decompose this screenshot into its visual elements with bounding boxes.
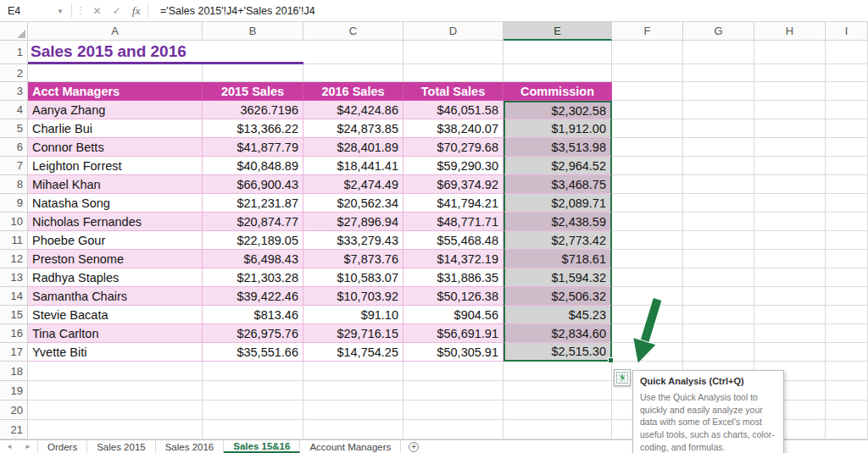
cell-F1[interactable] bbox=[612, 41, 683, 64]
cell-F10[interactable] bbox=[612, 213, 683, 231]
cell-E12[interactable]: $718.61 bbox=[504, 250, 612, 268]
cell-G6[interactable] bbox=[683, 138, 754, 157]
cancel-button[interactable]: ✕ bbox=[87, 0, 107, 21]
cell-G1[interactable] bbox=[683, 41, 754, 64]
row-header-13[interactable]: 13 bbox=[0, 268, 28, 287]
cell-F7[interactable] bbox=[612, 157, 683, 175]
cell-A16[interactable]: Tina Carlton bbox=[28, 324, 203, 343]
cell-E2[interactable] bbox=[504, 64, 612, 82]
cell-I5[interactable] bbox=[826, 119, 868, 138]
cell-D8[interactable]: $69,374.92 bbox=[403, 175, 504, 194]
cell-E3[interactable]: Commission bbox=[504, 82, 612, 101]
cell-I9[interactable] bbox=[826, 194, 868, 213]
cell-G8[interactable] bbox=[683, 175, 754, 194]
cell-D18[interactable] bbox=[403, 362, 504, 381]
cell-G9[interactable] bbox=[683, 194, 754, 213]
cell-D7[interactable]: $59,290.30 bbox=[403, 157, 504, 175]
cell-H3[interactable] bbox=[754, 82, 826, 101]
select-all-button[interactable] bbox=[0, 22, 28, 41]
cell-E5[interactable]: $1,912.00 bbox=[504, 119, 612, 138]
sheet-tab-sales-2015[interactable]: Sales 2015 bbox=[87, 440, 156, 453]
row-header-3[interactable]: 3 bbox=[0, 82, 28, 101]
cell-I7[interactable] bbox=[826, 157, 868, 175]
cell-B7[interactable]: $40,848.89 bbox=[203, 157, 303, 175]
cell-C5[interactable]: $24,873.85 bbox=[303, 119, 403, 138]
cell-F6[interactable] bbox=[612, 138, 683, 157]
cell-B19[interactable] bbox=[203, 381, 303, 401]
cell-D13[interactable]: $31,886.35 bbox=[403, 268, 504, 287]
row-header-7[interactable]: 7 bbox=[0, 157, 28, 175]
row-header-16[interactable]: 16 bbox=[0, 324, 28, 343]
cell-D6[interactable]: $70,279.68 bbox=[403, 138, 504, 157]
cell-I16[interactable] bbox=[826, 324, 868, 343]
cell-C8[interactable]: $2,474.49 bbox=[303, 175, 403, 194]
cell-E6[interactable]: $3,513.98 bbox=[504, 138, 612, 157]
cell-D14[interactable]: $50,126.38 bbox=[403, 287, 504, 306]
cell-C13[interactable]: $10,583.07 bbox=[303, 268, 403, 287]
cell-E14[interactable]: $2,506.32 bbox=[504, 287, 612, 306]
cell-E21[interactable] bbox=[504, 420, 612, 439]
cell-H15[interactable] bbox=[754, 306, 826, 324]
column-header-H[interactable]: H bbox=[754, 22, 826, 41]
cell-D3[interactable]: Total Sales bbox=[403, 82, 504, 101]
cell-B2[interactable] bbox=[203, 64, 303, 82]
cell-F3[interactable] bbox=[612, 82, 683, 101]
cell-A5[interactable]: Charlie Bui bbox=[28, 119, 203, 138]
cell-I21[interactable] bbox=[826, 420, 868, 439]
column-header-I[interactable]: I bbox=[826, 22, 868, 41]
cell-G14[interactable] bbox=[683, 287, 754, 306]
cell-B5[interactable]: $13,366.22 bbox=[203, 119, 303, 138]
sheet-tab-sales-15-16[interactable]: Sales 15&16 bbox=[224, 440, 300, 453]
cell-D20[interactable] bbox=[403, 401, 504, 420]
cell-H12[interactable] bbox=[754, 250, 826, 268]
cell-E16[interactable]: $2,834.60 bbox=[504, 324, 612, 343]
cell-I8[interactable] bbox=[826, 175, 868, 194]
column-header-D[interactable]: D bbox=[403, 22, 504, 41]
cell-D10[interactable]: $48,771.71 bbox=[403, 213, 504, 231]
cell-E1[interactable] bbox=[504, 41, 612, 64]
cell-G3[interactable] bbox=[683, 82, 754, 101]
cell-B17[interactable]: $35,551.66 bbox=[203, 343, 303, 362]
column-header-F[interactable]: F bbox=[612, 22, 683, 41]
cell-D21[interactable] bbox=[403, 420, 504, 439]
cell-B3[interactable]: 2015 Sales bbox=[203, 82, 303, 101]
cell-A3[interactable]: Acct Managers bbox=[28, 82, 203, 101]
cell-D1[interactable] bbox=[403, 41, 504, 64]
column-header-C[interactable]: C bbox=[303, 22, 403, 41]
row-header-17[interactable]: 17 bbox=[0, 343, 28, 362]
cell-C16[interactable]: $29,716.15 bbox=[303, 324, 403, 343]
cell-I13[interactable] bbox=[826, 268, 868, 287]
cell-A4[interactable]: Aanya Zhang bbox=[28, 101, 203, 119]
insert-function-button[interactable]: fx bbox=[126, 0, 146, 21]
quick-analysis-button[interactable] bbox=[614, 369, 631, 386]
cell-E10[interactable]: $2,438.59 bbox=[504, 213, 612, 231]
row-header-1[interactable]: 1 bbox=[0, 41, 28, 64]
cell-E18[interactable] bbox=[504, 362, 612, 381]
cell-I14[interactable] bbox=[826, 287, 868, 306]
row-header-14[interactable]: 14 bbox=[0, 287, 28, 306]
name-box[interactable]: E4 bbox=[0, 0, 51, 21]
cell-B16[interactable]: $26,975.76 bbox=[203, 324, 303, 343]
cell-A15[interactable]: Stevie Bacata bbox=[28, 306, 203, 324]
cell-E7[interactable]: $2,964.52 bbox=[504, 157, 612, 175]
cell-C17[interactable]: $14,754.25 bbox=[303, 343, 403, 362]
cell-A17[interactable]: Yvette Biti bbox=[28, 343, 203, 362]
cell-F11[interactable] bbox=[612, 231, 683, 250]
cell-B6[interactable]: $41,877.79 bbox=[203, 138, 303, 157]
row-header-18[interactable]: 18 bbox=[0, 362, 28, 381]
row-header-21[interactable]: 21 bbox=[0, 420, 28, 439]
cell-A11[interactable]: Phoebe Gour bbox=[28, 231, 203, 250]
cell-A2[interactable] bbox=[28, 64, 203, 82]
cell-E13[interactable]: $1,594.32 bbox=[504, 268, 612, 287]
cell-H17[interactable] bbox=[754, 343, 826, 362]
cell-I15[interactable] bbox=[826, 306, 868, 324]
cell-H6[interactable] bbox=[754, 138, 826, 157]
cell-I1[interactable] bbox=[826, 41, 868, 64]
cell-C21[interactable] bbox=[303, 420, 403, 439]
cell-I10[interactable] bbox=[826, 213, 868, 231]
tab-scroll-right-icon[interactable]: ► bbox=[19, 440, 37, 453]
cell-H16[interactable] bbox=[754, 324, 826, 343]
cell-G5[interactable] bbox=[683, 119, 754, 138]
cell-D17[interactable]: $50,305.91 bbox=[403, 343, 504, 362]
cell-H4[interactable] bbox=[754, 101, 826, 119]
